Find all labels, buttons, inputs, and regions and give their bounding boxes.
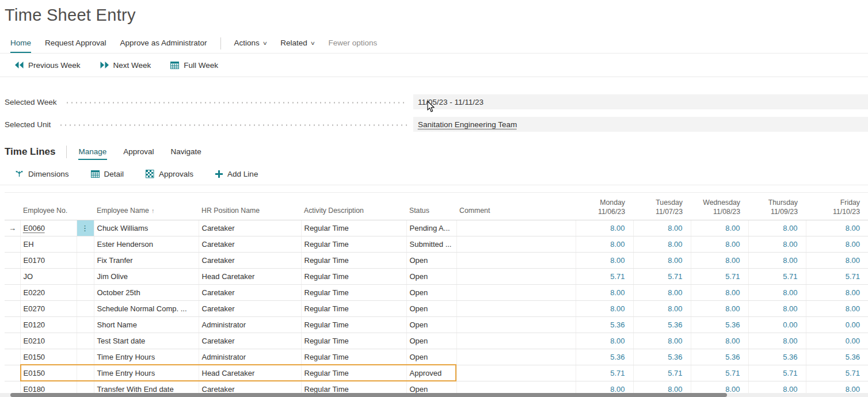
approvals-button[interactable]: Approvals (146, 170, 193, 178)
cell-hours-thursday[interactable]: 5.36 (748, 349, 806, 365)
cell-activity-description[interactable]: Regular Time (301, 253, 406, 269)
cell-employee-name[interactable]: Short Name (94, 317, 199, 333)
cell-hours-tuesday[interactable]: 8.00 (633, 285, 691, 301)
cell-hours-wednesday[interactable]: 8.00 (691, 253, 748, 269)
cell-hours-thursday[interactable]: 8.00 (748, 301, 806, 317)
menu-item-home[interactable]: Home (10, 34, 31, 53)
menu-item-actions[interactable]: Actions∨ (234, 34, 267, 53)
cell-hours-wednesday[interactable]: 5.36 (691, 317, 748, 333)
cell-hours-friday[interactable]: 8.00 (806, 236, 868, 253)
cell-employee-no[interactable]: E0170 (20, 253, 77, 269)
cell-status[interactable]: Open (406, 333, 456, 349)
cell-hours-friday[interactable]: 8.00 (806, 301, 868, 317)
cell-status[interactable]: Submitted ... (406, 236, 456, 253)
cell-employee-no[interactable]: EH (20, 236, 77, 253)
cell-hours-monday[interactable]: 8.00 (576, 301, 633, 317)
cell-hours-thursday[interactable]: 8.00 (748, 236, 806, 253)
column-header-friday[interactable]: Friday11/10/23 (806, 193, 868, 220)
cell-comment[interactable] (456, 285, 576, 301)
cell-hours-friday[interactable]: 0.00 (806, 317, 868, 333)
cell-hours-wednesday[interactable]: 8.00 (691, 301, 748, 317)
cell-hr-position-name[interactable]: Caretaker (199, 236, 301, 253)
cell-status[interactable]: Pending A... (406, 220, 456, 236)
cell-comment[interactable] (456, 317, 576, 333)
cell-activity-description[interactable]: Regular Time (301, 269, 406, 285)
cell-comment[interactable] (456, 333, 576, 349)
cell-hours-thursday[interactable]: 8.00 (748, 285, 806, 301)
cell-hr-position-name[interactable]: Administrator (199, 349, 301, 365)
column-header-comment[interactable]: Comment (456, 193, 576, 220)
cell-hours-friday[interactable]: 5.71 (806, 269, 868, 285)
add-line-button[interactable]: Add Line (215, 170, 258, 178)
cell-employee-name[interactable]: Ester Henderson (94, 236, 199, 253)
cell-employee-no[interactable]: E0270 (20, 301, 77, 317)
cell-activity-description[interactable]: Regular Time (301, 220, 406, 236)
cell-employee-name[interactable]: Fix Tranfer (94, 253, 199, 269)
column-header-employee-name[interactable]: Employee Name↑ (94, 193, 199, 220)
cell-hours-friday[interactable]: 5.36 (806, 349, 868, 365)
cell-employee-no[interactable]: JO (20, 269, 77, 285)
cell-status[interactable]: Open (406, 317, 456, 333)
cell-hours-monday[interactable]: 8.00 (576, 220, 633, 236)
cell-status[interactable]: Open (406, 301, 456, 317)
cell-hours-monday[interactable]: 5.71 (576, 365, 633, 381)
cell-comment[interactable] (456, 253, 576, 269)
column-header-tuesday[interactable]: Tuesday11/07/23 (633, 193, 691, 220)
column-header-status[interactable]: Status (406, 193, 456, 220)
column-header-monday[interactable]: Monday11/06/23 (576, 193, 633, 220)
cell-hours-friday[interactable]: 8.00 (806, 220, 868, 236)
cell-hours-monday[interactable]: 8.00 (576, 333, 633, 349)
cell-hours-tuesday[interactable]: 8.00 (633, 301, 691, 317)
cell-comment[interactable] (456, 349, 576, 365)
cell-employee-no[interactable]: E0060 (20, 220, 77, 236)
cell-hours-monday[interactable]: 8.00 (576, 253, 633, 269)
cell-hr-position-name[interactable]: Caretaker (199, 220, 301, 236)
full-week-button[interactable]: Full Week (170, 61, 218, 70)
cell-employee-name[interactable]: Time Entry Hours (94, 349, 199, 365)
tab-approval[interactable]: Approval (123, 144, 154, 160)
row-menu-cell[interactable]: ⋮ (77, 220, 94, 236)
cell-hours-wednesday[interactable]: 5.71 (691, 269, 748, 285)
cell-hours-wednesday[interactable]: 8.00 (691, 236, 748, 253)
horizontal-scrollbar-thumb[interactable] (10, 393, 727, 397)
cell-hr-position-name[interactable]: Caretaker (199, 253, 301, 269)
cell-comment[interactable] (456, 269, 576, 285)
cell-employee-name[interactable]: Time Entry Hours (94, 365, 199, 381)
cell-status[interactable]: Open (406, 349, 456, 365)
cell-activity-description[interactable]: Regular Time (301, 301, 406, 317)
cell-hours-thursday[interactable]: 5.71 (748, 269, 806, 285)
cell-activity-description[interactable]: Regular Time (301, 365, 406, 381)
cell-status[interactable]: Open (406, 285, 456, 301)
cell-hours-thursday[interactable]: 8.00 (748, 253, 806, 269)
cell-status[interactable]: Open (406, 269, 456, 285)
cell-hours-wednesday[interactable]: 5.36 (691, 349, 748, 365)
cell-employee-no[interactable]: E0120 (20, 317, 77, 333)
cell-employee-no[interactable]: E0220 (20, 285, 77, 301)
cell-hours-thursday[interactable]: 0.00 (748, 317, 806, 333)
cell-comment[interactable] (456, 365, 576, 381)
cell-employee-no[interactable]: E0150 (20, 349, 77, 365)
cell-activity-description[interactable]: Regular Time (301, 349, 406, 365)
cell-hours-tuesday[interactable]: 5.71 (633, 269, 691, 285)
cell-hr-position-name[interactable]: Caretaker (199, 333, 301, 349)
tab-navigate[interactable]: Navigate (170, 144, 202, 160)
cell-hours-wednesday[interactable]: 5.71 (691, 365, 748, 381)
cell-hr-position-name[interactable]: Caretaker (199, 285, 301, 301)
selected-unit-link[interactable]: Sanitation Engineering Team (418, 120, 517, 129)
cell-activity-description[interactable]: Regular Time (301, 236, 406, 253)
detail-button[interactable]: Detail (91, 170, 124, 178)
cell-hours-monday[interactable]: 5.36 (576, 317, 633, 333)
cell-hours-thursday[interactable]: 8.00 (748, 333, 806, 349)
cell-hours-friday[interactable]: 8.00 (806, 253, 868, 269)
column-header-hr-position-name[interactable]: HR Position Name (199, 193, 301, 220)
cell-hr-position-name[interactable]: Head Caretaker (199, 365, 301, 381)
cell-status[interactable]: Open (406, 253, 456, 269)
cell-hours-tuesday[interactable]: 8.00 (633, 220, 691, 236)
cell-hours-tuesday[interactable]: 5.36 (633, 317, 691, 333)
cell-hours-wednesday[interactable]: 8.00 (691, 220, 748, 236)
dimensions-button[interactable]: Dimensions (15, 170, 69, 178)
cell-hours-wednesday[interactable]: 8.00 (691, 285, 748, 301)
cell-employee-name[interactable]: October 25th (94, 285, 199, 301)
cell-employee-no[interactable]: E0150 (20, 365, 77, 381)
menu-item-related[interactable]: Related∨ (280, 34, 314, 53)
